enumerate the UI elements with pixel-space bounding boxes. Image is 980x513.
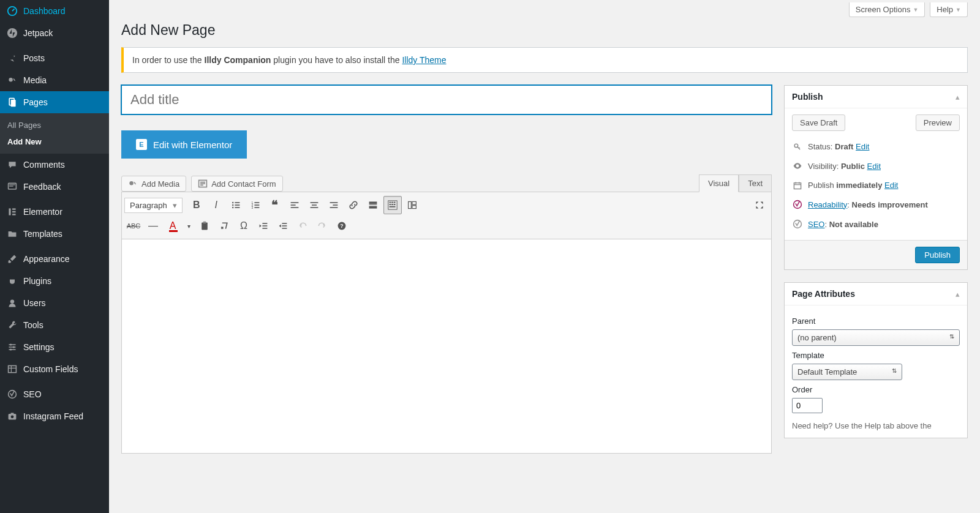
edit-status-link[interactable]: Edit xyxy=(856,142,869,151)
bullet-list-button[interactable] xyxy=(227,196,245,214)
add-media-button[interactable]: Add Media xyxy=(121,176,186,192)
text-tab[interactable]: Text xyxy=(739,174,772,192)
svg-point-66 xyxy=(794,144,798,148)
template-select[interactable]: Default Template xyxy=(792,364,902,380)
publish-button[interactable]: Publish xyxy=(915,247,960,263)
page-attributes-heading-text: Page Attributes xyxy=(792,289,855,299)
sidebar-item-settings[interactable]: Settings xyxy=(0,336,109,358)
readability-link[interactable]: Readability xyxy=(808,200,847,209)
blockquote-button[interactable]: ❝ xyxy=(266,196,284,214)
sidebar-item-appearance[interactable]: Appearance xyxy=(0,248,109,270)
edit-schedule-link[interactable]: Edit xyxy=(884,181,898,190)
bold-button[interactable]: B xyxy=(187,196,206,214)
sidebar-item-custom-fields[interactable]: Custom Fields xyxy=(0,358,109,380)
svg-rect-8 xyxy=(12,211,16,212)
preview-button[interactable]: Preview xyxy=(916,114,960,131)
color-chevron[interactable]: ▾ xyxy=(183,217,194,235)
svg-rect-30 xyxy=(254,202,259,203)
sidebar-item-instagram[interactable]: Instagram Feed xyxy=(0,405,109,427)
sidebar-item-plugins[interactable]: Plugins xyxy=(0,270,109,292)
svg-rect-44 xyxy=(369,206,377,209)
brush-icon xyxy=(6,253,18,265)
read-more-button[interactable] xyxy=(364,196,382,214)
toolbar-toggle-button[interactable] xyxy=(383,196,402,214)
clear-formatting-button[interactable] xyxy=(215,217,233,235)
help-button[interactable]: ? xyxy=(333,217,351,235)
publish-heading[interactable]: Publish ▴ xyxy=(785,86,967,108)
svg-point-12 xyxy=(13,346,15,348)
undo-button[interactable] xyxy=(293,217,312,235)
sidebar-item-jetpack[interactable]: Jetpack xyxy=(0,22,109,44)
save-draft-button[interactable]: Save Draft xyxy=(792,114,845,131)
link-button[interactable] xyxy=(344,196,363,214)
eye-icon xyxy=(792,161,803,171)
hr-button[interactable]: — xyxy=(144,217,162,235)
yoast-grey-icon xyxy=(792,219,803,229)
sidebar-item-tools[interactable]: Tools xyxy=(0,314,109,336)
indent-button[interactable] xyxy=(274,217,292,235)
page-builder-button[interactable] xyxy=(403,196,421,214)
seo-link[interactable]: SEO xyxy=(808,220,824,229)
wrench-icon xyxy=(6,319,18,331)
calendar-icon xyxy=(792,181,803,190)
sidebar-item-comments[interactable]: Comments xyxy=(0,154,109,176)
title-input[interactable] xyxy=(121,85,772,114)
svg-rect-61 xyxy=(282,223,287,224)
sidebar-item-label: Templates xyxy=(23,229,62,239)
sidebar-item-label: Jetpack xyxy=(23,28,53,38)
align-center-button[interactable] xyxy=(305,196,323,214)
chevron-down-icon: ▼ xyxy=(956,7,961,13)
sidebar-item-media[interactable]: Media xyxy=(0,69,109,91)
add-contact-form-button[interactable]: Add Contact Form xyxy=(191,176,283,192)
outdent-button[interactable] xyxy=(254,217,273,235)
sidebar-item-templates[interactable]: Templates xyxy=(0,223,109,245)
redo-button[interactable] xyxy=(313,217,331,235)
svg-rect-57 xyxy=(203,222,206,223)
sidebar-item-elementor[interactable]: Elementor xyxy=(0,201,109,223)
sidebar-sub-add-new[interactable]: Add New xyxy=(0,133,109,150)
italic-button[interactable]: I xyxy=(207,196,225,214)
sidebar-item-pages[interactable]: Pages xyxy=(0,91,109,113)
svg-rect-51 xyxy=(394,204,396,205)
sidebar-item-seo[interactable]: SEO xyxy=(0,383,109,405)
screen-options-tab[interactable]: Screen Options▼ xyxy=(849,2,925,17)
paste-text-button[interactable] xyxy=(195,217,214,235)
sidebar-item-feedback[interactable]: Feedback xyxy=(0,176,109,198)
sidebar-item-posts[interactable]: Posts xyxy=(0,47,109,69)
edit-with-elementor-button[interactable]: E Edit with Elementor xyxy=(121,130,247,159)
order-input[interactable] xyxy=(792,398,823,413)
svg-rect-32 xyxy=(254,207,259,208)
numbered-list-button[interactable]: 123 xyxy=(246,196,265,214)
sidebar-item-label: Appearance xyxy=(23,254,70,264)
sidebar-item-label: Instagram Feed xyxy=(23,411,83,421)
svg-point-1 xyxy=(7,28,17,38)
sidebar-item-dashboard[interactable]: Dashboard xyxy=(0,0,109,22)
readability-value: Needs improvement xyxy=(852,200,928,209)
svg-rect-39 xyxy=(330,202,337,203)
special-char-button[interactable]: Ω xyxy=(235,217,253,235)
svg-rect-54 xyxy=(412,201,416,204)
page-attributes-heading[interactable]: Page Attributes ▴ xyxy=(785,283,967,305)
text-color-button[interactable]: A xyxy=(164,217,182,235)
parent-select[interactable]: (no parent) xyxy=(792,329,960,346)
edit-visibility-link[interactable]: Edit xyxy=(867,162,881,171)
strikethrough-button[interactable]: ABC xyxy=(124,217,143,235)
svg-point-13 xyxy=(10,348,12,350)
notice-link[interactable]: Illdy Theme xyxy=(402,55,446,65)
plug-icon xyxy=(6,275,18,287)
fullscreen-button[interactable] xyxy=(750,196,769,214)
svg-rect-63 xyxy=(282,228,287,229)
align-left-button[interactable] xyxy=(285,196,304,214)
sidebar-sub-all-pages[interactable]: All Pages xyxy=(0,117,109,133)
help-tab[interactable]: Help▼ xyxy=(930,2,968,17)
format-select[interactable]: Paragraph xyxy=(124,198,183,213)
align-right-button[interactable] xyxy=(325,196,343,214)
sidebar-item-users[interactable]: Users xyxy=(0,292,109,314)
top-tabs: Screen Options▼ Help▼ xyxy=(121,0,968,17)
page-attributes-metabox: Page Attributes ▴ Parent (no parent) Tem… xyxy=(784,282,968,438)
editor-content-area[interactable] xyxy=(121,239,772,454)
publish-label: Publish xyxy=(808,181,836,190)
comments-icon xyxy=(6,159,18,171)
visual-tab[interactable]: Visual xyxy=(699,174,739,192)
sidebar-item-label: Pages xyxy=(23,97,48,107)
